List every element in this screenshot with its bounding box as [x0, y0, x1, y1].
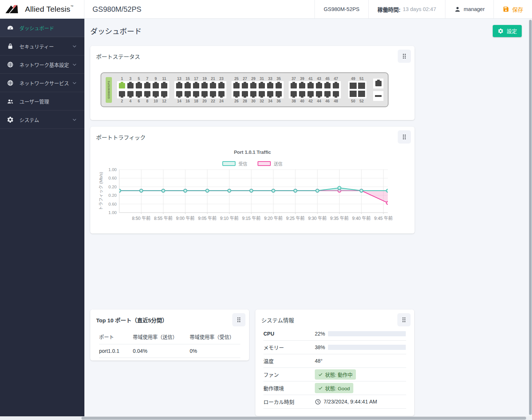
- port-31[interactable]: [259, 83, 265, 88]
- console-port-group: [373, 79, 383, 101]
- port-traffic-card-header: ポートトラフィック: [90, 127, 415, 144]
- save-icon: [503, 6, 509, 12]
- port-38[interactable]: [291, 91, 297, 97]
- port-39[interactable]: [299, 83, 305, 88]
- sidebar-item-system[interactable]: システム: [0, 111, 84, 129]
- sidebar-item-dashboard[interactable]: ダッシュボード: [0, 19, 84, 37]
- sidebar-item-network-basic[interactable]: ネットワーク基本設定: [0, 55, 84, 74]
- port-18[interactable]: [193, 91, 199, 97]
- vertical-scrollbar-thumb[interactable]: [529, 20, 532, 415]
- settings-button[interactable]: 設定: [493, 25, 522, 37]
- port-number: 15: [183, 76, 192, 81]
- port-number: 5: [135, 76, 143, 81]
- status-badge: 状態: Good: [315, 383, 353, 393]
- sidebar-item-user-management[interactable]: ユーザー管理: [0, 92, 84, 111]
- port-40[interactable]: [299, 91, 305, 97]
- port-8[interactable]: [144, 91, 150, 97]
- port-2[interactable]: [119, 91, 125, 97]
- drag-handle-icon[interactable]: [397, 313, 411, 326]
- port-41[interactable]: [307, 83, 314, 88]
- svg-text:9:15 午前: 9:15 午前: [242, 216, 261, 221]
- port-33[interactable]: [267, 83, 273, 88]
- port-12[interactable]: [161, 91, 167, 97]
- port-1[interactable]: [119, 83, 125, 88]
- drag-handle-icon[interactable]: [398, 130, 411, 144]
- main-content: ダッシュボード 設定 ポートステータス GS980M/52PS 1357911 …: [84, 19, 529, 416]
- port-number: 2: [118, 98, 126, 104]
- port-51[interactable]: [358, 83, 365, 89]
- port-15[interactable]: [185, 83, 191, 88]
- port-32[interactable]: [259, 91, 265, 97]
- port-19[interactable]: [201, 83, 208, 88]
- port-24[interactable]: [218, 91, 225, 97]
- console-port[interactable]: [375, 81, 382, 86]
- drag-handle-icon[interactable]: [398, 50, 411, 63]
- sidebar-item-label: ユーザー管理: [19, 98, 49, 105]
- sidebar-item-label: システム: [19, 116, 39, 123]
- info-label: 動作環境: [263, 384, 315, 392]
- port-36[interactable]: [276, 91, 282, 97]
- port-number: 28: [241, 98, 249, 104]
- port-10[interactable]: [153, 91, 159, 97]
- port-28[interactable]: [242, 91, 248, 97]
- chevron-down-icon: [71, 61, 78, 68]
- save-button[interactable]: 保存: [493, 0, 532, 18]
- port-3[interactable]: [127, 83, 134, 88]
- port-52[interactable]: [358, 91, 365, 97]
- port-49[interactable]: [350, 83, 357, 89]
- top10-column-header: ポート: [99, 329, 133, 344]
- port-45[interactable]: [324, 83, 331, 88]
- port-47[interactable]: [333, 83, 339, 88]
- port-13[interactable]: [176, 83, 182, 88]
- switch-faceplate: GS980M/52PS 1357911 24681012 13151719212…: [101, 72, 389, 107]
- port-7[interactable]: [144, 83, 150, 88]
- port-11[interactable]: [161, 83, 167, 88]
- port-number: 10: [152, 98, 160, 104]
- svg-text:9:45 午前: 9:45 午前: [374, 216, 393, 221]
- user-menu[interactable]: manager: [445, 0, 493, 18]
- port-22[interactable]: [210, 91, 216, 97]
- drag-handle-icon[interactable]: [232, 313, 245, 326]
- port-50[interactable]: [350, 91, 357, 97]
- users-icon: [7, 98, 14, 105]
- port-44[interactable]: [316, 91, 322, 97]
- top10-title: Top 10 ポート（直近5分間）: [96, 316, 168, 324]
- port-25[interactable]: [233, 83, 240, 88]
- port-35[interactable]: [276, 83, 282, 88]
- dashboard-icon: [7, 24, 14, 32]
- port-26[interactable]: [233, 91, 240, 97]
- svg-text:8:55 午前: 8:55 午前: [154, 216, 173, 221]
- sidebar-item-label: セキュリティー: [19, 43, 54, 50]
- port-30[interactable]: [250, 91, 256, 97]
- port-23[interactable]: [218, 83, 225, 88]
- port-20[interactable]: [201, 91, 208, 97]
- port-21[interactable]: [210, 83, 216, 88]
- port-5[interactable]: [136, 83, 142, 88]
- port-number: 13: [175, 76, 183, 81]
- local-time-value: 7/23/2024, 9:44:41 AM: [315, 399, 377, 405]
- port-16[interactable]: [185, 91, 191, 97]
- port-14[interactable]: [176, 91, 182, 97]
- port-6[interactable]: [136, 91, 142, 97]
- port-37[interactable]: [291, 83, 297, 88]
- port-48[interactable]: [333, 91, 339, 97]
- port-27[interactable]: [242, 83, 248, 88]
- port-29[interactable]: [250, 83, 256, 88]
- port-17[interactable]: [193, 83, 199, 88]
- horizontal-scrollbar-thumb[interactable]: [81, 417, 526, 420]
- port-number: 39: [298, 76, 306, 81]
- port-4[interactable]: [127, 91, 134, 97]
- svg-text:9:05 午前: 9:05 午前: [198, 216, 217, 221]
- port-9[interactable]: [153, 83, 159, 88]
- port-42[interactable]: [307, 91, 314, 97]
- port-43[interactable]: [316, 83, 322, 88]
- port-number: 29: [249, 76, 258, 81]
- gear-icon: [498, 28, 504, 34]
- port-number: 21: [209, 76, 217, 81]
- svg-text:0.20: 0.20: [109, 185, 117, 189]
- port-34[interactable]: [267, 91, 273, 97]
- sidebar-item-security[interactable]: セキュリティー: [0, 37, 84, 55]
- sidebar-item-network-services[interactable]: ネットワークサービス: [0, 74, 84, 92]
- table-cell: 0%: [190, 344, 240, 358]
- port-46[interactable]: [324, 91, 331, 97]
